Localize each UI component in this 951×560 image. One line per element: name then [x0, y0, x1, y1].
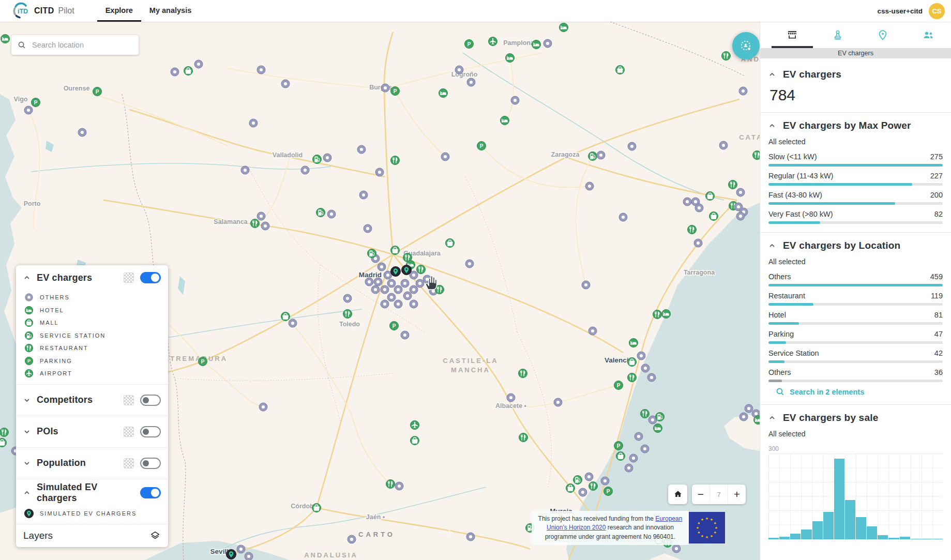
map-marker-simulated[interactable] — [402, 265, 412, 275]
histogram-bar[interactable] — [878, 535, 888, 539]
map-marker-hotel[interactable] — [629, 339, 638, 347]
sidebar-tab-ev-chargers[interactable] — [769, 22, 815, 48]
map-marker-others[interactable] — [257, 212, 265, 220]
map[interactable]: P — [0, 22, 760, 560]
map-marker-others[interactable] — [466, 533, 475, 541]
opacity-checker-icon[interactable] — [124, 273, 134, 283]
map-marker-airport[interactable] — [489, 37, 497, 46]
map-marker-simulated[interactable] — [391, 267, 401, 277]
simulated-toggle[interactable] — [140, 487, 161, 498]
map-marker-parking[interactable] — [614, 381, 623, 390]
map-marker-mall[interactable] — [281, 312, 290, 321]
map-marker-others[interactable] — [736, 188, 745, 196]
stat-row[interactable]: Others459 — [768, 272, 943, 286]
histogram-bar[interactable] — [888, 538, 899, 539]
map-marker-restaurant[interactable] — [519, 433, 528, 442]
map-marker-service[interactable] — [573, 476, 582, 485]
map-marker-others[interactable] — [289, 319, 297, 327]
map-marker-others[interactable] — [401, 331, 409, 339]
map-marker-restaurant[interactable] — [688, 225, 697, 234]
map-marker-others[interactable] — [635, 432, 643, 441]
tab-explore[interactable]: Explore — [97, 0, 141, 22]
histogram-bar[interactable] — [845, 500, 855, 539]
map-marker-mall[interactable] — [628, 358, 637, 367]
search-input[interactable] — [31, 40, 126, 50]
stat-row[interactable]: Service Station42 — [768, 349, 943, 363]
map-marker-others[interactable] — [359, 191, 368, 199]
histogram-bar[interactable] — [856, 517, 866, 539]
map-marker-hotel[interactable] — [506, 54, 515, 63]
map-marker-others[interactable] — [736, 212, 745, 220]
histogram-bar[interactable] — [790, 534, 801, 539]
map-marker-restaurant[interactable] — [0, 428, 9, 437]
histogram-bar[interactable] — [834, 459, 844, 539]
map-marker-service[interactable] — [656, 413, 665, 421]
map-marker-others[interactable] — [365, 278, 373, 286]
map-marker-others[interactable] — [739, 413, 748, 421]
map-marker-mall[interactable] — [411, 436, 419, 445]
map-marker-others[interactable] — [601, 477, 609, 485]
map-marker-others[interactable] — [381, 84, 389, 92]
map-marker-others[interactable] — [416, 279, 424, 287]
brand-logo[interactable]: iTD CITD Pilot — [11, 0, 74, 22]
map-marker-others[interactable] — [465, 260, 474, 268]
map-marker-mall[interactable] — [184, 67, 193, 75]
map-marker-others[interactable] — [387, 293, 396, 301]
map-marker-restaurant[interactable] — [251, 219, 260, 228]
map-marker-mall[interactable] — [312, 504, 321, 512]
map-marker-others[interactable] — [401, 279, 409, 287]
map-marker-airport[interactable] — [411, 421, 419, 430]
user-box[interactable]: css-user+citd CS — [878, 0, 945, 22]
map-marker-mall[interactable] — [710, 212, 718, 221]
map-marker-others[interactable] — [585, 473, 593, 481]
map-marker-others[interactable] — [357, 145, 366, 154]
section-sale-header[interactable]: EV chargers by sale — [768, 412, 943, 423]
map-marker-others[interactable] — [381, 285, 389, 294]
map-marker-hotel[interactable] — [654, 424, 662, 433]
opacity-checker-icon[interactable] — [124, 427, 134, 437]
map-marker-others[interactable] — [394, 300, 402, 308]
map-marker-others[interactable] — [629, 454, 638, 462]
map-marker-others[interactable] — [241, 166, 249, 174]
map-marker-others[interactable] — [371, 285, 380, 294]
map-marker-others[interactable] — [378, 263, 386, 271]
map-marker-hotel[interactable] — [439, 89, 448, 98]
map-marker-parking[interactable] — [604, 487, 613, 496]
layer-group-header-simulated[interactable]: Simulated EV chargers — [23, 479, 161, 506]
map-marker-others[interactable] — [323, 154, 331, 162]
map-marker-simulated[interactable] — [227, 550, 236, 559]
histogram-bar[interactable] — [812, 521, 823, 539]
map-marker-restaurant[interactable] — [391, 156, 400, 165]
map-marker-others[interactable] — [374, 278, 382, 286]
layer-group-header-competitors[interactable]: Competitors — [23, 385, 161, 416]
stat-row[interactable]: Slow (<11 kW)275 — [768, 152, 943, 167]
map-marker-parking[interactable] — [32, 98, 40, 107]
map-marker-others[interactable] — [24, 106, 33, 114]
map-marker-parking[interactable] — [477, 142, 486, 150]
ev-chargers-toggle[interactable] — [140, 272, 161, 283]
histogram-bar[interactable] — [768, 538, 779, 539]
tab-my-analysis[interactable]: My analysis — [141, 0, 200, 22]
map-marker-others[interactable] — [171, 68, 179, 76]
map-marker-restaurant[interactable] — [653, 310, 662, 319]
map-marker-others[interactable] — [672, 544, 681, 553]
histogram-bar[interactable] — [911, 539, 921, 539]
map-marker-others[interactable] — [695, 204, 703, 212]
map-marker-others[interactable] — [394, 285, 402, 294]
sidebar-tab-competitors[interactable] — [815, 22, 861, 48]
map-marker-service[interactable] — [368, 249, 376, 258]
map-marker-others[interactable] — [364, 224, 372, 233]
map-marker-restaurant[interactable] — [729, 180, 737, 189]
population-toggle[interactable] — [140, 458, 161, 469]
map-marker-parking[interactable] — [199, 357, 207, 366]
map-marker-others[interactable] — [625, 464, 633, 472]
map-marker-mall[interactable] — [0, 438, 7, 447]
map-marker-restaurant[interactable] — [722, 52, 731, 60]
map-marker-others[interactable] — [694, 239, 702, 247]
layer-group-header-population[interactable]: Population — [23, 448, 161, 479]
map-marker-others[interactable] — [628, 142, 636, 150]
map-marker-others[interactable] — [641, 445, 649, 453]
map-marker-restaurant[interactable] — [343, 310, 352, 319]
map-marker-restaurant[interactable] — [386, 480, 395, 489]
map-marker-others[interactable] — [467, 78, 475, 86]
